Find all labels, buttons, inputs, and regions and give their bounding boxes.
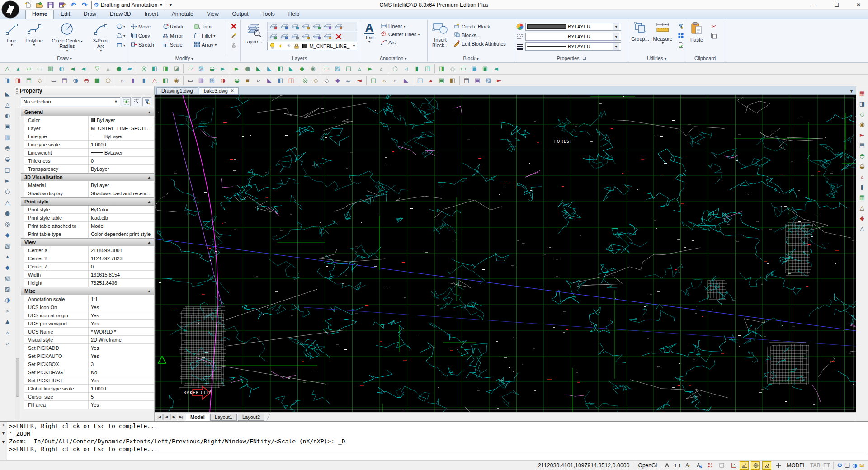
- layer-tool-12-icon[interactable]: [311, 32, 322, 41]
- quick-access-customize-icon[interactable]: ▼: [169, 3, 173, 7]
- property-scrollbar[interactable]: [15, 108, 20, 421]
- array-icon[interactable]: ◑: [217, 75, 228, 85]
- 3d-mirror-icon[interactable]: ◒: [207, 64, 217, 74]
- layer-freeze-icon[interactable]: ✳: [285, 42, 292, 50]
- layer-select[interactable]: M_CNTRL_LINE_ ▼: [309, 43, 356, 49]
- zoom-window-icon[interactable]: ◣: [264, 75, 275, 85]
- section-header-print-style[interactable]: Print style▲: [21, 197, 154, 206]
- color-select-arrow[interactable]: ▼: [613, 23, 619, 30]
- pickadd-toggle-icon[interactable]: [142, 97, 151, 106]
- lineweight-select-arrow[interactable]: ▼: [613, 43, 619, 50]
- cone-3d-icon[interactable]: ▭: [34, 64, 45, 74]
- annotation-monitor-icon[interactable]: ▣: [436, 75, 447, 85]
- measure-button[interactable]: Measure ▾: [652, 20, 674, 56]
- selection-combo[interactable]: No selection ▼: [21, 97, 120, 106]
- property-value[interactable]: 1.0000: [89, 385, 154, 392]
- quick-input-icon[interactable]: ◑: [852, 462, 857, 469]
- property-value[interactable]: Yes: [89, 376, 154, 384]
- panel-grip[interactable]: [16, 88, 18, 94]
- linetype-select[interactable]: BYLAYER▼: [525, 33, 621, 41]
- line-icon[interactable]: ◣: [2, 88, 14, 99]
- walk-icon[interactable]: ◆: [332, 75, 343, 85]
- intersect-icon[interactable]: ●: [113, 64, 124, 74]
- mass-properties-icon[interactable]: ►: [857, 130, 868, 140]
- property-value[interactable]: Model: [89, 222, 154, 230]
- view-box-icon[interactable]: ▮: [411, 64, 422, 74]
- property-value[interactable]: ByColor: [89, 206, 154, 213]
- point-light-icon[interactable]: ◇: [447, 64, 458, 74]
- collapse-icon[interactable]: ▲: [147, 175, 151, 179]
- property-value[interactable]: 73251.8436: [89, 279, 154, 287]
- trim-button[interactable]: Trim: [193, 22, 225, 31]
- create-block-button[interactable]: Create Block: [453, 23, 506, 30]
- quick-calc-icon[interactable]: ▨: [483, 75, 494, 85]
- wipeout-icon[interactable]: ▵: [2, 327, 14, 338]
- property-value[interactable]: ByLayer: [89, 181, 154, 189]
- rotate-button[interactable]: Rotate: [161, 22, 193, 31]
- section-header-3d-visualisation[interactable]: 3D Visualisation▲: [21, 173, 154, 181]
- property-value[interactable]: 1.0000: [89, 141, 154, 148]
- dropdown-arrow[interactable]: ▾: [418, 33, 420, 37]
- layer-tool-13-icon[interactable]: [322, 32, 333, 41]
- field-icon[interactable]: ◧: [447, 75, 458, 85]
- line-dropdown-arrow[interactable]: ▾: [11, 43, 13, 47]
- layer-tool-1-icon[interactable]: [268, 22, 278, 31]
- arc-dropdown-arrow[interactable]: ▾: [100, 49, 102, 52]
- application-menu-button[interactable]: [1, 0, 19, 19]
- ucs-icon[interactable]: ◎: [300, 75, 311, 85]
- rectangle-icon[interactable]: ▾: [115, 41, 127, 49]
- property-value[interactable]: Yes: [89, 303, 154, 311]
- trim-icon[interactable]: ◧: [160, 75, 171, 85]
- collapse-icon[interactable]: ▲: [147, 240, 151, 244]
- box-3d-icon[interactable]: △: [2, 64, 13, 74]
- tab-draw-3d[interactable]: Draw 3D: [103, 9, 138, 19]
- maximize-button[interactable]: ☐: [834, 2, 839, 8]
- layer-on-icon[interactable]: [269, 42, 276, 50]
- spot-light-icon[interactable]: ▭: [458, 64, 469, 74]
- copy-button[interactable]: Copy: [130, 31, 161, 40]
- list-icon[interactable]: ▤: [857, 140, 868, 150]
- quick-select-tool-icon[interactable]: ◆: [857, 213, 868, 223]
- workspace-switcher[interactable]: ⚙ Drafting and Annotation ▼: [91, 1, 165, 9]
- subtract-icon[interactable]: ▵: [103, 64, 113, 74]
- update-fields-icon[interactable]: ▤: [461, 75, 472, 85]
- break-icon[interactable]: △: [149, 75, 160, 85]
- layer-tool-11-icon[interactable]: [301, 32, 311, 41]
- lasso-icon[interactable]: ◇: [34, 75, 45, 85]
- layer-tool-2-icon[interactable]: [279, 22, 289, 31]
- entity-snap-icon[interactable]: [751, 461, 760, 470]
- property-value[interactable]: Yes: [89, 352, 154, 360]
- copy-icon[interactable]: ▤: [59, 75, 70, 85]
- time-icon[interactable]: ◒: [857, 161, 868, 171]
- undo-icon[interactable]: ↶: [69, 1, 78, 9]
- new-sheet-icon[interactable]: ◨: [2, 75, 13, 85]
- tab-home[interactable]: Home: [25, 9, 54, 19]
- lineweight-select[interactable]: BYLAYER▼: [525, 42, 621, 51]
- mirror-button[interactable]: Mirror: [161, 31, 193, 40]
- layer-tool-10-icon[interactable]: [290, 32, 300, 41]
- entity-track-icon[interactable]: [762, 461, 771, 470]
- dropdown-arrow[interactable]: ▾: [404, 24, 406, 28]
- settings-icon[interactable]: ⚙: [837, 462, 842, 469]
- donut-icon[interactable]: ▹: [2, 338, 14, 348]
- annotation-autoscale-icon[interactable]: [694, 461, 703, 470]
- command-scroll-up-icon[interactable]: ▼: [1, 432, 5, 436]
- redline-icon[interactable]: ▦: [857, 88, 868, 99]
- table-icon[interactable]: ◑: [2, 294, 14, 305]
- planar-surface-icon[interactable]: ●: [242, 64, 253, 74]
- section-header-misc[interactable]: Misc▲: [21, 287, 154, 295]
- loft-icon[interactable]: ◪: [171, 64, 182, 74]
- spline-icon[interactable]: ●: [2, 207, 14, 218]
- select-icon[interactable]: ◨: [13, 75, 24, 85]
- stretch-button[interactable]: Stretch: [130, 40, 161, 49]
- revision-cloud-icon[interactable]: △: [2, 197, 14, 207]
- property-value[interactable]: 1124792.7823: [89, 254, 154, 262]
- id-point-icon[interactable]: ◓: [857, 150, 868, 161]
- scale-icon[interactable]: ◓: [81, 75, 92, 85]
- select-objects-icon[interactable]: [132, 97, 141, 106]
- color-select[interactable]: BYLAYER▼: [525, 23, 621, 31]
- region-icon[interactable]: ▨: [2, 283, 14, 294]
- 3d-polyline-icon[interactable]: ◓: [2, 142, 14, 153]
- property-value[interactable]: Shadows cast and receiv...: [89, 189, 154, 197]
- polygon-icon[interactable]: ▾: [115, 22, 127, 30]
